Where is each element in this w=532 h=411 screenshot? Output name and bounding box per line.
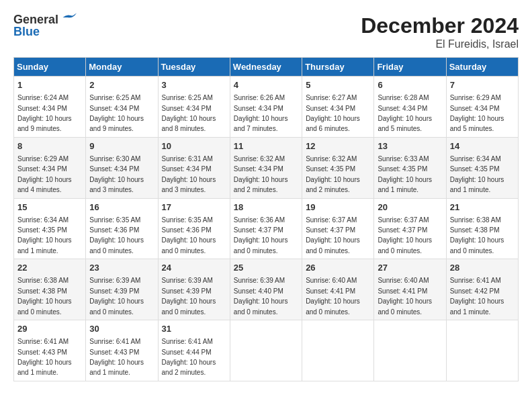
calendar-cell: 21 Sunrise: 6:38 AM Sunset: 4:38 PM Dayl… (446, 198, 518, 259)
weekday-header-row: SundayMondayTuesdayWednesdayThursdayFrid… (14, 58, 519, 77)
weekday-header-tuesday: Tuesday (158, 58, 230, 77)
day-info: Sunrise: 6:37 AM Sunset: 4:37 PM Dayligh… (306, 216, 360, 255)
page-header: General Blue December 2024 El Fureidis, … (13, 13, 519, 50)
calendar-cell: 17 Sunrise: 6:35 AM Sunset: 4:36 PM Dayl… (158, 198, 230, 259)
day-info: Sunrise: 6:32 AM Sunset: 4:35 PM Dayligh… (306, 155, 360, 193)
day-info: Sunrise: 6:24 AM Sunset: 4:34 PM Dayligh… (17, 94, 72, 132)
day-number: 17 (162, 201, 226, 214)
day-number: 1 (17, 79, 82, 91)
day-number: 29 (17, 323, 82, 335)
calendar-cell: 6 Sunrise: 6:28 AM Sunset: 4:34 PM Dayli… (374, 77, 446, 138)
day-info: Sunrise: 6:41 AM Sunset: 4:43 PM Dayligh… (17, 338, 72, 376)
day-number: 6 (378, 79, 442, 91)
day-info: Sunrise: 6:40 AM Sunset: 4:41 PM Dayligh… (306, 277, 360, 315)
logo-blue: Blue (13, 26, 77, 38)
calendar-week-2: 8 Sunrise: 6:29 AM Sunset: 4:34 PM Dayli… (14, 137, 519, 198)
calendar-cell: 19 Sunrise: 6:37 AM Sunset: 4:37 PM Dayl… (302, 198, 374, 259)
day-number: 27 (378, 262, 442, 274)
day-number: 4 (234, 79, 298, 91)
calendar-table: SundayMondayTuesdayWednesdayThursdayFrid… (13, 57, 519, 381)
day-number: 20 (378, 201, 442, 214)
calendar-cell: 15 Sunrise: 6:34 AM Sunset: 4:35 PM Dayl… (14, 198, 86, 259)
day-number: 3 (162, 79, 226, 91)
day-info: Sunrise: 6:29 AM Sunset: 4:34 PM Dayligh… (17, 155, 72, 193)
page-title: December 2024 (361, 13, 519, 38)
weekday-header-monday: Monday (86, 58, 158, 77)
day-number: 25 (234, 262, 298, 274)
calendar-cell: 26 Sunrise: 6:40 AM Sunset: 4:41 PM Dayl… (302, 259, 374, 320)
day-number: 16 (89, 201, 154, 214)
calendar-cell: 24 Sunrise: 6:39 AM Sunset: 4:39 PM Dayl… (158, 259, 230, 320)
logo-bird-icon (62, 13, 77, 22)
day-info: Sunrise: 6:29 AM Sunset: 4:34 PM Dayligh… (450, 94, 504, 132)
calendar-cell: 3 Sunrise: 6:25 AM Sunset: 4:34 PM Dayli… (158, 77, 230, 138)
day-number: 23 (89, 262, 154, 274)
day-info: Sunrise: 6:25 AM Sunset: 4:34 PM Dayligh… (162, 94, 216, 132)
day-info: Sunrise: 6:31 AM Sunset: 4:34 PM Dayligh… (162, 155, 216, 193)
day-info: Sunrise: 6:32 AM Sunset: 4:34 PM Dayligh… (234, 155, 288, 193)
day-info: Sunrise: 6:37 AM Sunset: 4:37 PM Dayligh… (378, 216, 432, 255)
logo-general: General (13, 13, 77, 26)
day-number: 21 (450, 201, 515, 214)
calendar-cell: 30 Sunrise: 6:41 AM Sunset: 4:43 PM Dayl… (86, 320, 158, 381)
day-info: Sunrise: 6:33 AM Sunset: 4:35 PM Dayligh… (378, 155, 432, 193)
day-number: 14 (450, 140, 515, 152)
day-number: 31 (162, 323, 226, 335)
weekday-header-saturday: Saturday (446, 58, 518, 77)
day-info: Sunrise: 6:41 AM Sunset: 4:42 PM Dayligh… (450, 277, 504, 315)
weekday-header-wednesday: Wednesday (230, 58, 302, 77)
day-number: 13 (378, 140, 442, 152)
calendar-cell: 9 Sunrise: 6:30 AM Sunset: 4:34 PM Dayli… (86, 137, 158, 198)
calendar-cell: 13 Sunrise: 6:33 AM Sunset: 4:35 PM Dayl… (374, 137, 446, 198)
day-number: 30 (89, 323, 154, 335)
day-info: Sunrise: 6:27 AM Sunset: 4:34 PM Dayligh… (306, 94, 360, 132)
day-number: 15 (17, 201, 82, 214)
day-number: 9 (89, 140, 154, 152)
weekday-header-friday: Friday (374, 58, 446, 77)
calendar-cell: 18 Sunrise: 6:36 AM Sunset: 4:37 PM Dayl… (230, 198, 302, 259)
day-info: Sunrise: 6:36 AM Sunset: 4:37 PM Dayligh… (234, 216, 288, 255)
calendar-cell: 7 Sunrise: 6:29 AM Sunset: 4:34 PM Dayli… (446, 77, 518, 138)
day-info: Sunrise: 6:26 AM Sunset: 4:34 PM Dayligh… (234, 94, 288, 132)
calendar-cell (302, 320, 374, 381)
day-info: Sunrise: 6:41 AM Sunset: 4:43 PM Dayligh… (89, 338, 144, 376)
calendar-week-4: 22 Sunrise: 6:38 AM Sunset: 4:38 PM Dayl… (14, 259, 519, 320)
day-number: 18 (234, 201, 298, 214)
day-info: Sunrise: 6:35 AM Sunset: 4:36 PM Dayligh… (162, 216, 216, 255)
day-number: 24 (162, 262, 226, 274)
day-number: 22 (17, 262, 82, 274)
calendar-cell: 11 Sunrise: 6:32 AM Sunset: 4:34 PM Dayl… (230, 137, 302, 198)
day-info: Sunrise: 6:39 AM Sunset: 4:39 PM Dayligh… (89, 277, 144, 315)
day-info: Sunrise: 6:25 AM Sunset: 4:34 PM Dayligh… (89, 94, 144, 132)
day-number: 8 (17, 140, 82, 152)
day-info: Sunrise: 6:34 AM Sunset: 4:35 PM Dayligh… (450, 155, 504, 193)
day-number: 10 (162, 140, 226, 152)
calendar-cell: 2 Sunrise: 6:25 AM Sunset: 4:34 PM Dayli… (86, 77, 158, 138)
calendar-cell (446, 320, 518, 381)
day-number: 5 (306, 79, 370, 91)
title-block: December 2024 El Fureidis, Israel (361, 13, 519, 50)
calendar-cell: 29 Sunrise: 6:41 AM Sunset: 4:43 PM Dayl… (14, 320, 86, 381)
day-number: 26 (306, 262, 370, 274)
calendar-week-5: 29 Sunrise: 6:41 AM Sunset: 4:43 PM Dayl… (14, 320, 519, 381)
day-info: Sunrise: 6:28 AM Sunset: 4:34 PM Dayligh… (378, 94, 432, 132)
calendar-cell: 31 Sunrise: 6:41 AM Sunset: 4:44 PM Dayl… (158, 320, 230, 381)
calendar-cell: 14 Sunrise: 6:34 AM Sunset: 4:35 PM Dayl… (446, 137, 518, 198)
calendar-week-1: 1 Sunrise: 6:24 AM Sunset: 4:34 PM Dayli… (14, 77, 519, 138)
calendar-cell (230, 320, 302, 381)
calendar-cell: 27 Sunrise: 6:40 AM Sunset: 4:41 PM Dayl… (374, 259, 446, 320)
day-number: 7 (450, 79, 515, 91)
day-info: Sunrise: 6:38 AM Sunset: 4:38 PM Dayligh… (450, 216, 504, 255)
calendar-cell: 8 Sunrise: 6:29 AM Sunset: 4:34 PM Dayli… (14, 137, 86, 198)
day-number: 2 (89, 79, 154, 91)
weekday-header-thursday: Thursday (302, 58, 374, 77)
calendar-cell (374, 320, 446, 381)
calendar-cell: 5 Sunrise: 6:27 AM Sunset: 4:34 PM Dayli… (302, 77, 374, 138)
calendar-cell: 28 Sunrise: 6:41 AM Sunset: 4:42 PM Dayl… (446, 259, 518, 320)
day-number: 12 (306, 140, 370, 152)
day-info: Sunrise: 6:40 AM Sunset: 4:41 PM Dayligh… (378, 277, 432, 315)
day-info: Sunrise: 6:30 AM Sunset: 4:34 PM Dayligh… (89, 155, 144, 193)
day-number: 28 (450, 262, 515, 274)
calendar-week-3: 15 Sunrise: 6:34 AM Sunset: 4:35 PM Dayl… (14, 198, 519, 259)
day-number: 19 (306, 201, 370, 214)
